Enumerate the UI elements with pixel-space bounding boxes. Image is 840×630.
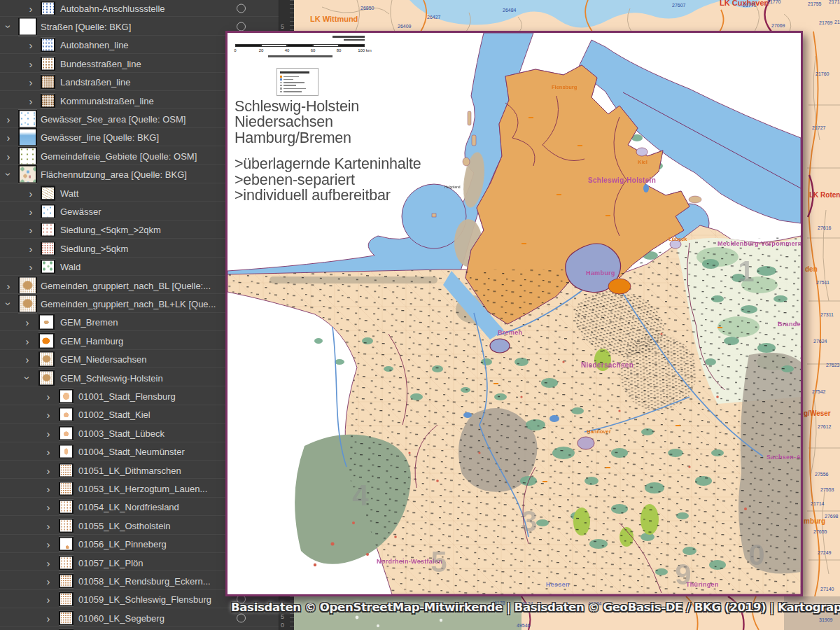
layer-label: 01004_Stadt_Neumünster	[78, 447, 185, 457]
layer-thumbnail[interactable]	[18, 146, 37, 165]
layer-thumbnail[interactable]	[59, 573, 74, 588]
target-circle-icon[interactable]	[237, 4, 246, 13]
layer-thumbnail[interactable]	[41, 56, 55, 71]
layer-thumbnail[interactable]	[41, 1, 55, 15]
layer-thumbnail[interactable]	[18, 17, 37, 36]
chevron-right-icon[interactable]: ›	[44, 483, 52, 493]
svg-text:4: 4	[352, 479, 369, 512]
chevron-right-icon[interactable]: ›	[4, 132, 13, 143]
chevron-right-icon[interactable]: ›	[27, 3, 35, 13]
chevron-right-icon[interactable]: ›	[27, 262, 35, 272]
layer-label: Gemeindefreie_Gebiete [Quelle: OSM]	[41, 150, 197, 161]
legend-chip	[280, 91, 282, 93]
svg-text:27553: 27553	[820, 487, 834, 492]
scale-title-microtext	[332, 36, 365, 38]
chevron-right-icon[interactable]: ›	[44, 465, 52, 475]
chevron-right-icon[interactable]: ›	[23, 335, 31, 346]
layer-thumbnail[interactable]	[38, 314, 55, 330]
chevron-right-icon[interactable]: ›	[4, 113, 13, 124]
chevron-right-icon[interactable]: ›	[27, 243, 35, 253]
layer-thumbnail[interactable]	[59, 388, 74, 403]
layer-thumbnail[interactable]	[41, 75, 55, 90]
layer-thumbnail[interactable]	[59, 537, 74, 552]
chevron-right-icon[interactable]: ›	[27, 225, 35, 235]
layer-thumbnail[interactable]	[59, 407, 74, 422]
layer-thumbnail[interactable]	[59, 610, 74, 625]
chevron-right-icon[interactable]: ›	[44, 410, 52, 420]
layer-label: GEM_Schleswig-Holstein	[60, 372, 163, 383]
legend-chip	[280, 76, 282, 78]
legend-label-microtext	[284, 82, 304, 83]
svg-text:3: 3	[521, 505, 537, 538]
chevron-right-icon[interactable]: ›	[27, 58, 35, 69]
layer-label: Autobahn-Anschlussstelle	[60, 3, 165, 13]
target-circle-icon[interactable]	[237, 613, 246, 622]
title-line-2: Niedersachsen	[234, 114, 359, 130]
layer-thumbnail[interactable]	[41, 260, 55, 274]
chevron-right-icon[interactable]: ›	[44, 428, 52, 438]
layer-thumbnail[interactable]	[18, 128, 37, 147]
feature-line-2: >ebenen-separiert	[234, 172, 421, 188]
layer-thumbnail[interactable]	[59, 555, 74, 570]
layer-thumbnail[interactable]	[41, 38, 55, 52]
layer-thumbnail[interactable]	[59, 444, 74, 459]
chevron-right-icon[interactable]: ›	[44, 612, 52, 623]
layer-thumbnail[interactable]	[38, 351, 55, 368]
layer-label: Straßen [Quelle: BKG]	[41, 21, 131, 31]
layer-thumbnail[interactable]	[41, 241, 55, 255]
chevron-right-icon[interactable]: ›	[27, 95, 35, 106]
layer-label: GEM_Niedersachsen	[60, 354, 147, 365]
layer-thumbnail[interactable]	[59, 500, 74, 514]
legend-entry	[280, 82, 315, 84]
layer-thumbnail[interactable]	[59, 463, 74, 477]
chevron-right-icon[interactable]: ›	[44, 447, 52, 457]
layer-label: Gemeinden_gruppiert_nach_BL+LK [Que...	[41, 298, 216, 309]
chevron-right-icon[interactable]: ›	[23, 354, 31, 365]
layer-thumbnail[interactable]	[18, 276, 37, 295]
chevron-right-icon[interactable]: ›	[44, 520, 52, 531]
layer-thumbnail[interactable]	[41, 186, 55, 200]
chevron-right-icon[interactable]: ›	[23, 317, 31, 328]
layer-thumbnail[interactable]	[38, 332, 55, 349]
chevron-right-icon[interactable]: ›	[44, 594, 52, 605]
chevron-right-icon[interactable]: ›	[44, 391, 52, 401]
target-circle-icon[interactable]	[237, 22, 246, 31]
layer-row[interactable]: › 01061_LK_Steinburg	[0, 626, 279, 630]
chevron-down-icon[interactable]: ›	[4, 300, 14, 308]
chevron-right-icon[interactable]: ›	[27, 188, 35, 198]
preview-features: >überlagernde Karteninhalte >ebenen-sepa…	[234, 156, 421, 204]
layer-thumbnail[interactable]	[41, 223, 55, 237]
layer-label: Bundesstraßen_line	[60, 58, 141, 69]
layer-thumbnail[interactable]	[18, 109, 37, 128]
title-line-1: Schleswig-Holstein	[234, 99, 359, 114]
layer-thumbnail[interactable]	[59, 481, 74, 496]
svg-text:den: den	[805, 265, 818, 273]
chevron-right-icon[interactable]: ›	[4, 280, 13, 290]
chevron-right-icon[interactable]: ›	[27, 77, 35, 88]
svg-text:9: 9	[675, 558, 691, 591]
chevron-right-icon[interactable]: ›	[44, 539, 52, 550]
layer-thumbnail[interactable]	[59, 518, 74, 533]
chevron-right-icon[interactable]: ›	[44, 502, 52, 512]
layer-thumbnail[interactable]	[18, 294, 37, 313]
chevron-down-icon[interactable]: ›	[22, 374, 33, 382]
layer-thumbnail[interactable]	[18, 165, 37, 184]
chevron-down-icon[interactable]: ›	[4, 22, 14, 31]
layer-thumbnail[interactable]	[38, 370, 55, 386]
chevron-right-icon[interactable]: ›	[44, 575, 52, 586]
map-preview-artwork[interactable]: Schleswig-HolsteinHamburgBremenMecklenbu…	[225, 31, 803, 596]
svg-text:21760: 21760	[816, 71, 830, 76]
layer-thumbnail[interactable]	[41, 204, 55, 218]
chevron-down-icon[interactable]: ›	[4, 170, 14, 178]
svg-text:Schleswig-Holstein: Schleswig-Holstein	[588, 176, 656, 184]
layer-row[interactable]: › Autobahn-Anschlussstelle	[0, 0, 279, 18]
legend-entry	[280, 85, 315, 87]
layer-label: 01059_LK_Schleswig_Flensburg	[78, 594, 211, 605]
chevron-right-icon[interactable]: ›	[27, 40, 35, 50]
chevron-right-icon[interactable]: ›	[44, 557, 52, 568]
chevron-right-icon[interactable]: ›	[27, 206, 35, 216]
layer-thumbnail[interactable]	[41, 93, 55, 108]
chevron-right-icon[interactable]: ›	[4, 150, 13, 161]
layer-thumbnail[interactable]	[59, 592, 74, 607]
layer-thumbnail[interactable]	[59, 426, 74, 440]
